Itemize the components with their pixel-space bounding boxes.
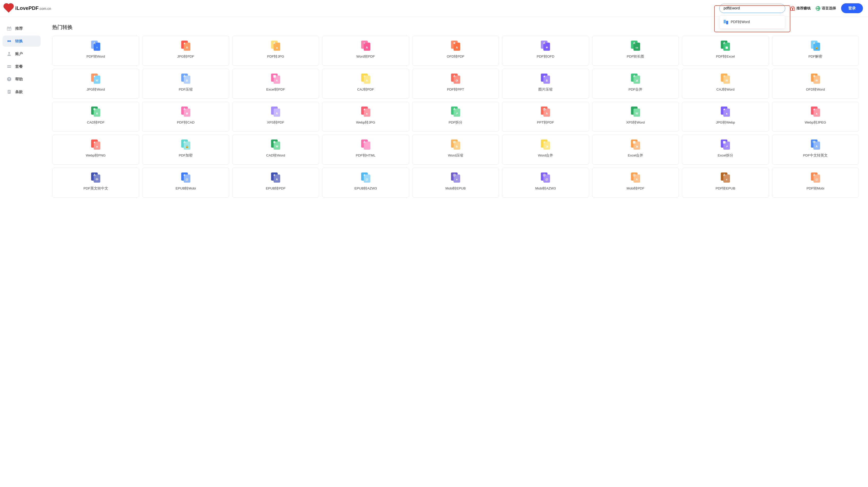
tool-card[interactable]: A 中 PDF英文转中文 — [52, 168, 139, 198]
tool-card[interactable]: ⊕ W CAD转Word — [232, 135, 319, 165]
tool-label: PDF解密 — [808, 54, 822, 59]
sidebar-item-card[interactable]: 套餐 — [3, 61, 41, 72]
tool-card[interactable]: ▲ W JPG转Word — [52, 69, 139, 99]
sidebar-item-doc[interactable]: 条款 — [3, 86, 41, 97]
tool-card[interactable]: A ▦ PDF转Excel — [682, 36, 769, 66]
tool-card[interactable]: A ≡ PDF转Word — [52, 36, 139, 66]
tool-card[interactable]: A ⇊ PDF压缩 — [142, 69, 229, 99]
tool-card[interactable]: @ e Mobi转EPUB — [412, 168, 499, 198]
sidebar-item-gift[interactable]: 推荐 — [3, 23, 41, 34]
tool-label: PDF中文转英文 — [803, 153, 828, 158]
tool-card[interactable]: ▦ A Excel转PDF — [232, 69, 319, 99]
tool-card[interactable]: ▲ ⇊ 图片压缩 — [502, 69, 589, 99]
tool-card[interactable]: A ⊕ PDF转CAD — [142, 102, 229, 132]
tool-label: PDF转Excel — [716, 54, 735, 59]
tool-icon: ⊕ W — [270, 139, 281, 150]
tool-icon: e A — [270, 172, 281, 183]
heart-icon — [4, 4, 13, 13]
tool-label: PDF英文转中文 — [84, 186, 108, 191]
tool-card[interactable]: ▦ ⇲ Excel合并 — [592, 135, 679, 165]
tool-card[interactable]: A XPS转PDF — [232, 102, 319, 132]
tool-label: PDF转EPUB — [715, 186, 735, 191]
tool-card[interactable]: @ A Mobi转PDF — [592, 168, 679, 198]
tool-icon: @ @ — [540, 172, 551, 183]
tool-card[interactable]: A @ PDF转Mobi — [772, 168, 859, 198]
tool-label: CAJ转Word — [716, 87, 735, 92]
tool-icon: A 🔒 — [180, 139, 191, 150]
recommend-earn-link[interactable]: 推荐赚钱 — [790, 6, 811, 11]
doc-icon — [7, 89, 12, 94]
tool-label: Mobi转EPUB — [445, 186, 466, 191]
tool-card[interactable]: A 🔓 PDF解密 — [772, 36, 859, 66]
tool-icon: 中 A — [810, 139, 821, 150]
swap-icon — [7, 38, 12, 44]
tool-icon: A ⇊ — [180, 73, 191, 84]
tool-icon: A — [270, 106, 281, 117]
tool-icon: ▲ ▲ — [360, 106, 371, 117]
tool-label: Word合并 — [538, 153, 553, 158]
tool-card[interactable]: A ◔ PDF转PPT — [412, 69, 499, 99]
sidebar-item-label: 推荐 — [15, 26, 23, 31]
tool-card[interactable]: W XPS转Word — [592, 102, 679, 132]
tool-card[interactable]: A e PDF转EPUB — [682, 168, 769, 198]
tool-card[interactable]: ▲ ▲ Webp转JPG — [322, 102, 409, 132]
tool-card[interactable]: A ▭ PDF转长图 — [592, 36, 679, 66]
tool-card[interactable]: ▲ ▲ Webp转JPEG — [772, 102, 859, 132]
tool-card[interactable]: ✳ W OFD转Word — [772, 69, 859, 99]
tool-label: XPS转Word — [626, 120, 645, 125]
tool-card[interactable]: A ▲ PDF转JPG — [232, 36, 319, 66]
language-select[interactable]: 语言选择 — [816, 6, 836, 11]
tool-icon: e @ — [180, 172, 191, 183]
tool-card[interactable]: 中 A PDF中文转英文 — [772, 135, 859, 165]
tool-card[interactable]: @ @ Mobi转AZW3 — [502, 168, 589, 198]
tool-icon: W — [630, 106, 641, 117]
tool-card[interactable]: ▲ ▲ Webp转PNG — [52, 135, 139, 165]
svg-rect-7 — [8, 91, 10, 91]
tool-card[interactable]: ≡ A Word转PDF — [322, 36, 409, 66]
tool-icon: ≡ ⇲ — [540, 139, 551, 150]
tool-label: PDF合并 — [628, 87, 642, 92]
tool-label: EPUB转AZW3 — [354, 186, 377, 191]
logo[interactable]: iLovePDF.com.cn — [5, 5, 51, 12]
tool-card[interactable]: ◔ A PPT转PDF — [502, 102, 589, 132]
tool-card[interactable]: A PDF转HTML — [322, 135, 409, 165]
svg-rect-3 — [7, 66, 11, 67]
help-icon: ? — [7, 76, 12, 82]
tool-card[interactable]: ≡ A CAJ转PDF — [322, 69, 409, 99]
tool-card[interactable]: e A EPUB转PDF — [232, 168, 319, 198]
tool-label: Mobi转PDF — [627, 186, 644, 191]
tool-label: PDF压缩 — [179, 87, 193, 92]
tool-label: Word转PDF — [356, 54, 375, 59]
tool-card[interactable]: A ↗ PDF拆分 — [412, 102, 499, 132]
tool-card[interactable]: e @ EPUB转AZW3 — [322, 168, 409, 198]
tool-label: PDF转Word — [87, 54, 105, 59]
brand-name: iLovePDF.com.cn — [15, 5, 51, 11]
tool-icon: ▲ W — [90, 73, 101, 84]
sidebar-item-help[interactable]: ?帮助 — [3, 73, 41, 85]
sidebar-item-user[interactable]: 账户 — [3, 48, 41, 59]
tool-label: PDF转HTML — [356, 153, 376, 158]
tool-card[interactable]: ≡ ⇲ Word合并 — [502, 135, 589, 165]
tool-icon: A ⊕ — [180, 106, 191, 117]
tool-card[interactable]: ▦ ↗ Excel拆分 — [682, 135, 769, 165]
tool-card[interactable]: A 🔒 PDF加密 — [142, 135, 229, 165]
tool-card[interactable]: ⊕ A CAD转PDF — [52, 102, 139, 132]
tool-icon: A ▲ — [270, 40, 281, 51]
tool-grid: A ≡ PDF转Word ▲ A JPG转PDF A ▲ PDF转JPG ≡ A… — [52, 36, 859, 198]
tool-card[interactable]: ▲ A JPG转PDF — [142, 36, 229, 66]
tool-card[interactable]: A ✳ PDF转OFD — [502, 36, 589, 66]
tool-icon: A ≡ — [90, 40, 101, 51]
tool-card[interactable]: A ⇲ PDF合并 — [592, 69, 679, 99]
tool-card[interactable]: W ⇊ Word压缩 — [412, 135, 499, 165]
tool-card[interactable]: ▲ ▲ JPG转Webp — [682, 102, 769, 132]
tool-card[interactable]: e @ EPUB转Mobi — [142, 168, 229, 198]
header: iLovePDF.com.cn PDF转Word 推荐赚钱 语言选择 — [0, 0, 868, 17]
search-suggestion-item[interactable]: PDF转Word — [719, 17, 785, 27]
search-input[interactable] — [719, 4, 785, 13]
login-button[interactable]: 登录 — [841, 3, 863, 13]
main-content: 热门转换 A ≡ PDF转Word ▲ A JPG转PDF A ▲ PDF转JP… — [43, 17, 868, 208]
sidebar-item-label: 条款 — [15, 90, 23, 94]
sidebar-item-swap[interactable]: 转换 — [3, 35, 41, 47]
tool-card[interactable]: ✳ A OFD转PDF — [412, 36, 499, 66]
tool-card[interactable]: ≡ W CAJ转Word — [682, 69, 769, 99]
